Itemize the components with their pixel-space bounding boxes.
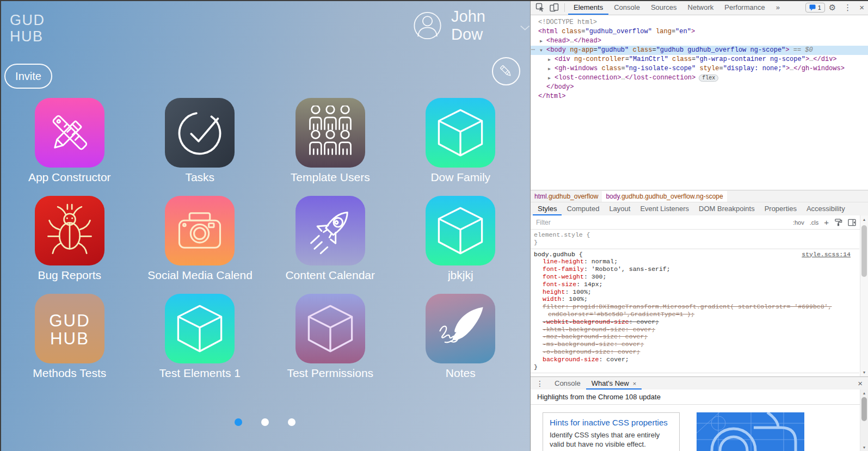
css-property[interactable]: -khtml-background-size: cover;	[534, 326, 859, 333]
app-tile-label: Content Calendar	[285, 269, 375, 283]
more-tabs-icon[interactable]: »	[771, 1, 785, 15]
elements-tree: <!DOCTYPE html><html class="gudhub_overf…	[531, 15, 868, 190]
device-toolbar-icon[interactable]	[550, 3, 559, 12]
app-tile-social-media-calendar[interactable]: Social Media Calendar	[135, 196, 266, 283]
breadcrumb-html[interactable]: html.gudhub_overflow	[531, 191, 602, 202]
app-tile-content-calendar[interactable]: Content Calendar	[265, 196, 396, 283]
devtools-panel: Elements Console Sources Network Perform…	[530, 0, 868, 451]
page-dot-2[interactable]	[261, 418, 269, 426]
avatar[interactable]	[414, 10, 441, 41]
tab-console[interactable]: Console	[608, 1, 645, 15]
css-property[interactable]: -moz-background-size: cover;	[534, 333, 859, 341]
expand-arrow-icon[interactable]: ▶	[548, 55, 551, 64]
tab-dom-breakpoints[interactable]: DOM Breakpoints	[694, 202, 760, 215]
inspect-element-icon[interactable]	[535, 3, 545, 12]
camera-icon	[165, 196, 235, 265]
tab-whats-new[interactable]: What's New×	[586, 378, 642, 390]
close-tab-icon[interactable]: ×	[633, 380, 636, 387]
tree-line[interactable]: <!DOCTYPE html>	[531, 18, 868, 27]
app-tile-methods-tests[interactable]: GUD HUB Methods Tests	[4, 294, 135, 381]
css-property[interactable]: font-family: 'Roboto', sans-serif;	[534, 265, 859, 273]
scroll-up-icon[interactable]: ▴	[860, 391, 868, 396]
tree-line[interactable]: <html class="gudhub_overflow" lang="en">	[531, 27, 868, 36]
whats-new-card-title[interactable]: Hints for inactive CSS properties	[550, 418, 673, 427]
scrollbar-thumb[interactable]	[861, 397, 867, 421]
tree-line[interactable]: ▶<head>…</head>	[531, 36, 868, 46]
cube-icon	[426, 98, 495, 168]
app-tile-jbkjkj[interactable]: jbkjkj	[396, 196, 526, 283]
app-tile-test-elements-1[interactable]: Test Elements 1	[135, 294, 266, 381]
invite-button[interactable]: Invite	[4, 64, 52, 89]
flex-badge[interactable]: flex	[699, 75, 718, 82]
app-tile-notes[interactable]: Notes	[396, 294, 526, 381]
user-menu[interactable]: John Dow	[414, 8, 530, 44]
chevron-down-icon[interactable]	[520, 24, 530, 32]
tree-line[interactable]: ▶<lost-connection>…</lost-connection>fle…	[531, 73, 868, 83]
expand-arrow-icon[interactable]: ▶	[548, 64, 551, 73]
expand-arrow-icon[interactable]: ▶	[548, 73, 551, 83]
tab-performance[interactable]: Performance	[719, 1, 770, 15]
css-property[interactable]: font-weight: 300;	[534, 273, 859, 281]
close-drawer-icon[interactable]: ×	[858, 379, 863, 388]
tree-line[interactable]: ▶<div ng-controller="MainCtrl" class="gh…	[531, 55, 868, 64]
new-style-rule-button[interactable]: +	[824, 218, 829, 227]
page-dot-3[interactable]	[288, 418, 296, 426]
app-tile-template-users[interactable]: Template Users	[265, 98, 396, 185]
collapse-arrow-icon[interactable]: ▼	[540, 46, 543, 55]
css-property[interactable]: font-size: 14px;	[534, 281, 859, 288]
tab-styles[interactable]: Styles	[533, 202, 562, 215]
css-property[interactable]: -ms-background-size: cover;	[534, 341, 859, 348]
tab-computed[interactable]: Computed	[562, 202, 604, 215]
tab-sources[interactable]: Sources	[645, 1, 682, 15]
tree-line[interactable]: ▶<gh-windows class="ng-isolate-scope" st…	[531, 64, 868, 73]
page-dot-1[interactable]	[235, 418, 242, 426]
scroll-up-icon[interactable]: ▴	[860, 217, 868, 222]
edit-apps-button[interactable]	[492, 57, 520, 85]
scroll-down-icon[interactable]: ▾	[860, 370, 868, 375]
paint-format-icon[interactable]	[834, 218, 842, 226]
toggle-classes[interactable]: .cls	[810, 219, 819, 226]
style-source-link[interactable]: style.scss:14	[802, 251, 851, 258]
close-devtools-icon[interactable]: ×	[859, 3, 864, 12]
tab-layout[interactable]: Layout	[604, 202, 635, 215]
filter-input[interactable]	[535, 218, 657, 227]
css-property[interactable]: line-height: normal;	[534, 258, 859, 265]
tab-properties[interactable]: Properties	[760, 202, 802, 215]
breadcrumb-body[interactable]: body.gudhub.gudhub_overflow.ng-scope	[602, 191, 727, 202]
toggle-hover-state[interactable]: :hov	[793, 219, 804, 226]
dock-sidebar-icon[interactable]	[848, 219, 856, 226]
css-property[interactable]: width: 100%;	[534, 295, 859, 303]
app-tile-app-constructor[interactable]: App Constructor	[4, 98, 135, 185]
tab-event-listeners[interactable]: Event Listeners	[635, 202, 694, 215]
scrollbar-thumb[interactable]	[861, 225, 867, 277]
style-rule[interactable]: style.scss:14body.gudhub {line-height: n…	[531, 249, 859, 374]
drawer-kebab-menu-icon[interactable]: ⋮	[536, 379, 544, 388]
tab-elements[interactable]: Elements	[568, 1, 608, 15]
scroll-down-icon[interactable]: ▾	[860, 445, 868, 450]
css-property[interactable]: -webkit-background-size: cover;	[534, 318, 859, 326]
issues-badge[interactable]: 1	[805, 3, 825, 13]
styles-scrollbar[interactable]: ▴ ▾	[860, 215, 868, 376]
settings-gear-icon[interactable]: ⚙	[829, 3, 836, 13]
tab-drawer-console[interactable]: Console	[549, 378, 586, 390]
tree-line[interactable]: </body>	[531, 83, 868, 92]
css-property[interactable]: -o-background-size: cover;	[534, 348, 859, 356]
whats-new-card-body: Identify CSS styles that are entirely va…	[550, 430, 661, 449]
css-property[interactable]: background-size: cover;	[534, 356, 859, 363]
kebab-menu-icon[interactable]: ⋮	[844, 3, 852, 13]
tab-accessibility[interactable]: Accessibility	[802, 202, 850, 215]
expand-arrow-icon[interactable]: ▶	[540, 36, 543, 46]
whats-new-card[interactable]: Hints for inactive CSS properties Identi…	[543, 412, 680, 451]
tree-line[interactable]: ⋯▼<body ng-app="gudhub" class="gudhub gu…	[531, 46, 868, 55]
app-tile-bug-reports[interactable]: Bug Reports	[4, 196, 135, 283]
app-tile-tasks[interactable]: Tasks	[135, 98, 266, 185]
whats-new-scrollbar[interactable]: ▴ ▾	[860, 390, 868, 451]
app-tile-dow-family[interactable]: Dow Family	[396, 98, 526, 185]
tree-line[interactable]: </html>	[531, 92, 868, 101]
app-tile-test-permissions[interactable]: Test Permissions	[265, 294, 396, 381]
tab-network[interactable]: Network	[682, 1, 719, 15]
pencil-icon	[496, 61, 516, 81]
css-property[interactable]: filter: progid:DXImageTransform.Microsof…	[534, 303, 859, 311]
style-rule[interactable]: element.style {}	[531, 230, 859, 249]
css-property[interactable]: height: 100%;	[534, 288, 859, 296]
